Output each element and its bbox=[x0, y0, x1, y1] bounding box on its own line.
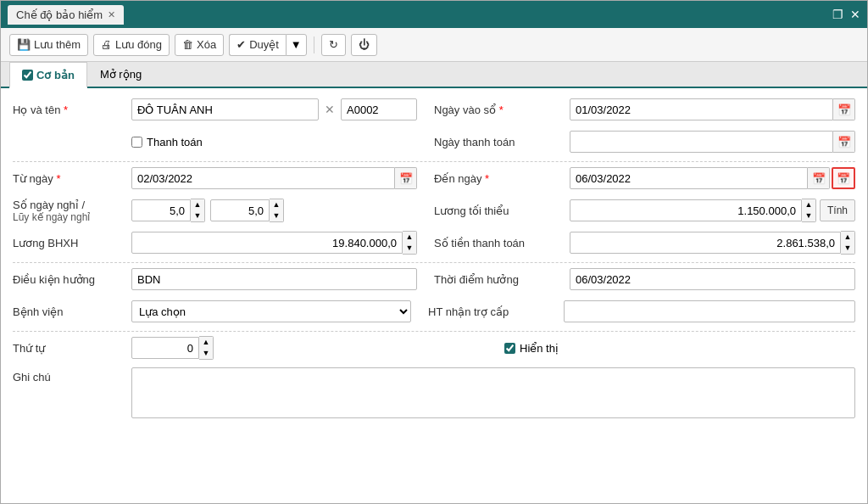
luu-dong-button[interactable]: 🖨 Lưu đóng bbox=[93, 34, 170, 56]
luy-ke-spinner: ▲ ▼ bbox=[210, 199, 284, 222]
so-tien-tt-input[interactable] bbox=[570, 232, 841, 254]
thanh-toan-checkbox[interactable] bbox=[131, 137, 142, 148]
so-tien-tt-label: Số tiền thanh toán bbox=[434, 237, 570, 249]
form-area: Họ và tên * ✕ Ngày vào sổ * 📅 bbox=[1, 88, 867, 503]
ho-va-ten-input[interactable] bbox=[131, 98, 319, 120]
ma-code-input[interactable] bbox=[341, 98, 417, 120]
power-icon: ⏻ bbox=[359, 38, 370, 51]
so-ngay-nghi-row: Số ngày nghỉ / Lũy kế ngày nghỉ ▲ ▼ ▲ ▼ bbox=[13, 198, 855, 223]
power-button[interactable]: ⏻ bbox=[351, 34, 377, 56]
tinh-button[interactable]: Tính bbox=[820, 199, 855, 221]
luong-toi-thieu-up[interactable]: ▲ bbox=[802, 199, 815, 210]
refresh-button[interactable]: ↻ bbox=[321, 34, 346, 56]
den-ngay-label: Đến ngày * bbox=[434, 172, 570, 185]
ghi-chu-label: Ghi chú bbox=[13, 367, 131, 384]
luong-toi-thieu-spinner: ▲ ▼ bbox=[570, 199, 816, 222]
title-bar-right: ❐ ✕ bbox=[832, 8, 860, 21]
benh-vien-row: Bệnh viện Lựa chọn HT nhận trợ cấp bbox=[13, 299, 855, 324]
thu-tu-spinner-btns: ▲ ▼ bbox=[199, 336, 214, 360]
ngay-vao-so-label: Ngày vào sổ * bbox=[434, 104, 570, 116]
tu-ngay-input[interactable] bbox=[131, 167, 395, 189]
xoa-button[interactable]: 🗑 Xóa bbox=[175, 34, 224, 56]
ghi-chu-textarea[interactable] bbox=[131, 367, 855, 418]
main-window: Chế độ bảo hiểm ✕ ❐ ✕ 💾 Lưu thêm 🖨 Lưu đ… bbox=[0, 0, 868, 504]
ht-nhan-tro-cap-input[interactable] bbox=[564, 300, 855, 322]
luy-ke-up[interactable]: ▲ bbox=[270, 199, 283, 210]
duyet-button[interactable]: ✔ Duyệt bbox=[229, 34, 286, 56]
toolbar-separator bbox=[314, 36, 314, 53]
luu-them-button[interactable]: 💾 Lưu thêm bbox=[9, 34, 88, 56]
luy-ke-down[interactable]: ▼ bbox=[270, 210, 283, 221]
refresh-icon: ↻ bbox=[329, 38, 338, 51]
thoi-diem-huong-input[interactable] bbox=[570, 268, 855, 290]
title-bar-left: Chế độ bảo hiểm ✕ bbox=[8, 5, 124, 25]
luong-toi-thieu-label: Lương tối thiểu bbox=[434, 204, 570, 217]
so-tien-tt-up[interactable]: ▲ bbox=[841, 232, 854, 243]
title-bar: Chế độ bảo hiểm ✕ ❐ ✕ bbox=[1, 1, 867, 28]
luong-bhxh-label: Lương BHXH bbox=[13, 237, 131, 249]
ngay-vao-so-input[interactable] bbox=[570, 98, 833, 120]
den-ngay-extra-cal-button[interactable]: 📅 bbox=[832, 167, 855, 189]
den-ngay-cal-button[interactable]: 📅 bbox=[808, 167, 830, 189]
luong-toi-thieu-wrap: ▲ ▼ Tính bbox=[570, 199, 855, 222]
so-ngay-nghi-spinner: ▲ ▼ bbox=[131, 199, 205, 222]
benh-vien-select-wrap: Lựa chọn bbox=[131, 300, 411, 322]
clear-ho-va-ten-button[interactable]: ✕ bbox=[322, 103, 337, 116]
thanh-toan-checkbox-label[interactable]: Thanh toán bbox=[131, 136, 203, 148]
thu-tu-up[interactable]: ▲ bbox=[199, 337, 213, 348]
luong-toi-thieu-input[interactable] bbox=[570, 199, 802, 221]
ngay-thanh-toan-label: Ngày thanh toán bbox=[434, 136, 570, 148]
duyet-dropdown-button[interactable]: ▼ bbox=[286, 34, 307, 56]
save-plus-icon: 💾 bbox=[17, 38, 31, 51]
thu-tu-label: Thứ tự bbox=[13, 342, 131, 355]
hien-thi-wrap: Hiển thị bbox=[499, 342, 855, 355]
hien-thi-checkbox-label[interactable]: Hiển thị bbox=[504, 342, 559, 355]
luong-bhxh-input[interactable] bbox=[131, 232, 403, 254]
luong-bhxh-row: Lương BHXH ▲ ▼ Số tiền thanh toán ▲ ▼ bbox=[13, 230, 855, 255]
tab-co-ban[interactable]: Cơ bản bbox=[9, 62, 87, 88]
maximize-icon[interactable]: ❐ bbox=[832, 8, 843, 21]
thu-tu-down[interactable]: ▼ bbox=[199, 348, 213, 359]
ngay-thanh-toan-cal-button[interactable]: 📅 bbox=[833, 131, 855, 153]
tu-ngay-wrap: 📅 bbox=[131, 167, 417, 189]
thanh-toan-wrap: Thanh toán bbox=[131, 136, 417, 148]
so-ngay-nghi-spinner-btns: ▲ ▼ bbox=[191, 199, 205, 222]
so-tien-tt-spinner: ▲ ▼ bbox=[570, 231, 855, 255]
title-tab[interactable]: Chế độ bảo hiểm ✕ bbox=[8, 5, 124, 25]
title-tab-label: Chế độ bảo hiểm bbox=[16, 8, 103, 21]
title-close-icon[interactable]: ✕ bbox=[108, 9, 115, 20]
divider-2 bbox=[13, 262, 855, 263]
tu-ngay-cal-button[interactable]: 📅 bbox=[395, 167, 417, 189]
co-ban-checkbox[interactable] bbox=[22, 70, 33, 81]
divider-1 bbox=[13, 161, 855, 162]
benh-vien-label: Bệnh viện bbox=[13, 305, 131, 318]
ngay-thanh-toan-input[interactable] bbox=[570, 131, 833, 153]
benh-vien-select[interactable]: Lựa chọn bbox=[131, 300, 411, 322]
tu-ngay-label: Từ ngày * bbox=[13, 172, 131, 185]
luong-bhxh-up[interactable]: ▲ bbox=[403, 232, 416, 243]
dieu-kien-huong-input[interactable] bbox=[131, 268, 417, 290]
luong-bhxh-down[interactable]: ▼ bbox=[403, 243, 416, 254]
ghi-chu-row: Ghi chú bbox=[13, 367, 855, 418]
luong-bhxh-spinner: ▲ ▼ bbox=[131, 231, 417, 255]
so-ngay-nghi-input[interactable] bbox=[131, 199, 191, 221]
so-tien-tt-spinner-btns: ▲ ▼ bbox=[841, 231, 855, 255]
thu-tu-input[interactable] bbox=[131, 337, 199, 359]
ht-nhan-tro-cap-label: HT nhận trợ cấp bbox=[428, 305, 564, 318]
luy-ke-input[interactable] bbox=[210, 199, 270, 221]
ho-va-ten-field-group: ✕ bbox=[131, 98, 417, 120]
check-icon: ✔ bbox=[236, 38, 246, 51]
den-ngay-input[interactable] bbox=[570, 167, 808, 189]
window-close-icon[interactable]: ✕ bbox=[850, 8, 860, 21]
ngay-vao-so-cal-button[interactable]: 📅 bbox=[833, 98, 855, 120]
divider-3 bbox=[13, 331, 855, 332]
tab-bar: Cơ bản Mở rộng bbox=[1, 62, 867, 88]
hien-thi-checkbox[interactable] bbox=[504, 343, 515, 354]
so-ngay-nghi-down[interactable]: ▼ bbox=[191, 210, 204, 221]
so-ngay-nghi-up[interactable]: ▲ bbox=[191, 199, 204, 210]
luong-bhxh-spinner-btns: ▲ ▼ bbox=[403, 231, 417, 255]
thanh-toan-row: Thanh toán Ngày thanh toán 📅 bbox=[13, 129, 855, 154]
tab-mo-rong[interactable]: Mở rộng bbox=[87, 62, 154, 87]
luong-toi-thieu-down[interactable]: ▼ bbox=[802, 210, 815, 221]
so-tien-tt-down[interactable]: ▼ bbox=[841, 243, 854, 254]
